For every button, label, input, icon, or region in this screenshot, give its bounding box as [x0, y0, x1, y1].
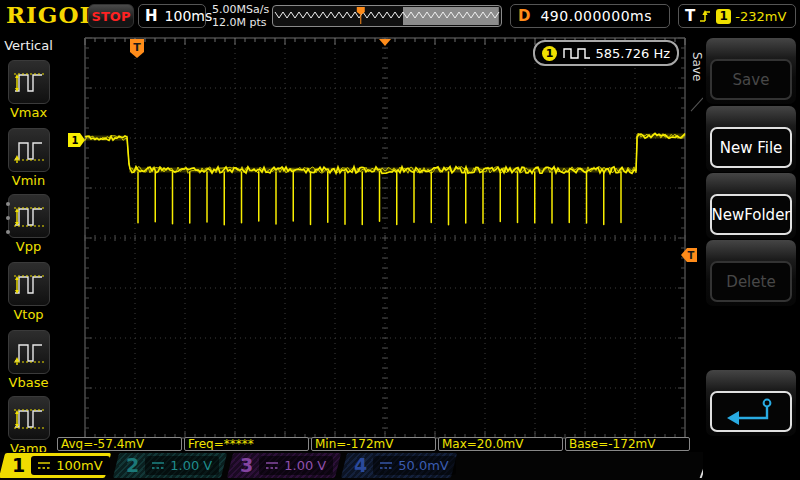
svg-text:T: T: [133, 41, 141, 54]
softkey-slot: Delete: [706, 240, 796, 306]
measure-item-label: Vbase: [0, 375, 57, 390]
measure-item-vamp[interactable]: Vamp: [0, 396, 57, 456]
menu-page-dot: [6, 230, 10, 234]
return-arrow-icon: [723, 396, 779, 428]
coupling-dc-icon: [266, 461, 278, 470]
channel-badge-4[interactable]: 450.0mV: [341, 453, 457, 478]
horizontal-label: H: [145, 7, 158, 25]
measurement-readout: Max=20.0mV: [438, 437, 563, 451]
measurement-readout: Avg=-57.4mV: [57, 437, 182, 451]
trigger-source-badge: 1: [716, 9, 731, 24]
menu-page-dot: [6, 202, 10, 206]
rigol-logo: RIGOL: [6, 1, 97, 28]
trigger-box[interactable]: T 1 -232mV: [678, 4, 796, 28]
softkey-slot: NewFolder: [706, 173, 796, 239]
softkey-save-button: Save: [710, 59, 792, 100]
channel-scale-value: 50.0mV: [398, 458, 449, 473]
channel-badge-2[interactable]: 21.00 V: [113, 453, 227, 478]
square-wave-icon: [563, 47, 590, 59]
delay-label: D: [518, 7, 530, 25]
menu-title: Vertical: [0, 38, 57, 53]
frequency-counter: 1 585.726 Hz: [533, 40, 679, 66]
softkey-return-arrow-button[interactable]: [710, 391, 792, 432]
menu-tab-save: Save: [690, 52, 704, 81]
trigger-edge-icon: [699, 9, 712, 23]
channel-scale-value: 1.00 V: [284, 458, 326, 473]
measurement-readout: Base=-172mV: [565, 437, 690, 451]
coupling-dc-icon: [38, 461, 50, 470]
run-state-indicator[interactable]: STOP: [88, 4, 134, 28]
oscilloscope-screen: RIGOL STOP H 100ms 5.00MSa/s 12.0M pts D…: [0, 0, 800, 480]
channel-scale: 1.00 V: [145, 456, 219, 475]
vpp-icon: [8, 194, 50, 238]
coupling-dc-icon: [152, 461, 164, 470]
channel-number: 3: [240, 453, 253, 478]
channel-scale: 100mV: [31, 456, 109, 475]
menu-page-dot: [6, 216, 10, 220]
preview-trigger-marker: [357, 7, 365, 24]
channel-scale: 50.0mV: [373, 456, 456, 475]
trigger-position-marker[interactable]: T: [130, 39, 144, 58]
channel-scale: 1.00 V: [259, 456, 333, 475]
channel-number: 4: [354, 453, 367, 478]
softkey-slot: New File: [706, 106, 796, 172]
vertical-measure-menu: Vertical VmaxVminVppVtopVbaseVamp: [0, 30, 57, 480]
softkey-slot: Save: [706, 38, 796, 104]
measure-item-vbase[interactable]: Vbase: [0, 330, 57, 390]
channel-number: 1: [12, 453, 25, 478]
vmax-icon: [8, 60, 50, 104]
ch1-offset-marker[interactable]: 1: [68, 133, 85, 147]
channel-badge-content: 450.0mV: [344, 453, 454, 478]
delay-box[interactable]: D 490.000000ms: [510, 4, 670, 28]
freq-counter-channel-badge: 1: [542, 46, 557, 61]
trigger-level-value: -232mV: [735, 9, 786, 24]
memory-waveform-preview[interactable]: [272, 5, 502, 27]
horizontal-center-marker[interactable]: [379, 39, 391, 46]
softkey-new-file-button[interactable]: New File: [710, 127, 792, 168]
vtop-icon: [8, 262, 50, 306]
channel-badge-content: 1100mV: [2, 453, 108, 478]
measure-item-label: Vmin: [0, 173, 57, 188]
channel-badge-content: 21.00 V: [116, 453, 224, 478]
vmin-icon: [8, 128, 50, 172]
measure-item-vmin[interactable]: Vmin: [0, 128, 57, 188]
timebase-value: 100ms: [165, 8, 213, 24]
measure-item-label: Vpp: [0, 239, 57, 254]
channel-number: 2: [126, 453, 139, 478]
measurement-readout: Freq=*****: [184, 437, 309, 451]
channel-scale-value: 100mV: [56, 458, 102, 473]
vbase-icon: [8, 330, 50, 374]
softkey-menu: SaveNew FileNewFolderDelete: [703, 30, 800, 480]
softkey-delete-button: Delete: [710, 261, 792, 302]
measurement-readout-row: Avg=-57.4mVFreq=*****Min=-172mVMax=20.0m…: [57, 437, 690, 451]
channel-status-bar: 1100mV21.00 V31.00 V450.0mV: [0, 452, 800, 480]
trigger-label: T: [685, 7, 695, 25]
vamp-icon: [8, 396, 50, 440]
measure-item-vmax[interactable]: Vmax: [0, 60, 57, 120]
acquisition-info: 5.00MSa/s 12.0M pts: [212, 3, 269, 29]
channel-badge-1[interactable]: 1100mV: [0, 453, 111, 478]
channel-badge-3[interactable]: 31.00 V: [227, 453, 341, 478]
svg-text:T: T: [688, 250, 695, 261]
measurement-readout: Min=-172mV: [311, 437, 436, 451]
delay-value: 490.000000ms: [540, 8, 652, 24]
freq-counter-value: 585.726 Hz: [596, 46, 671, 61]
coupling-dc-icon: [380, 461, 392, 470]
measure-item-vtop[interactable]: Vtop: [0, 262, 57, 322]
softkey-slot: [706, 370, 796, 436]
channel-scale-value: 1.00 V: [170, 458, 212, 473]
trigger-level-marker[interactable]: T: [681, 248, 697, 262]
sample-rate: 5.00MSa/s: [212, 3, 269, 16]
waveform-display: T1T: [57, 30, 697, 457]
channel-badge-content: 31.00 V: [230, 453, 338, 478]
horizontal-timebase-box[interactable]: H 100ms: [138, 4, 206, 28]
measure-item-label: Vtop: [0, 307, 57, 322]
svg-text:1: 1: [72, 135, 79, 146]
softkey-newfolder-button[interactable]: NewFolder: [710, 194, 792, 235]
memory-depth: 12.0M pts: [212, 16, 269, 29]
measure-item-label: Vmax: [0, 105, 57, 120]
